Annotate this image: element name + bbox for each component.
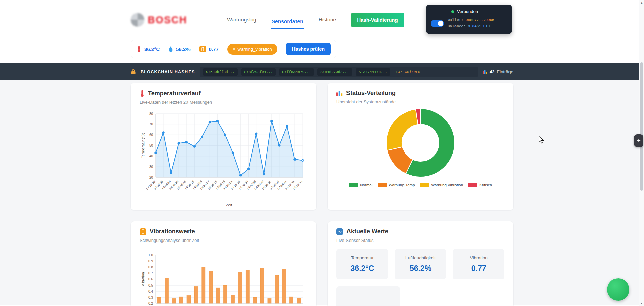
scrollbar-thumb[interactable]: [640, 62, 643, 191]
brand-logo-text: BOSCH: [148, 14, 187, 26]
card-title: Temperaturverlauf: [148, 90, 201, 97]
stat-label: Vibration: [470, 255, 488, 260]
card-subtitle: Schwingungsanalyse über Zeit: [140, 238, 308, 243]
connection-status-label: Verbunden: [457, 9, 478, 14]
hash-chip: S:c4d273d2...: [317, 68, 352, 76]
vibration-icon: [140, 228, 146, 235]
legend-swatch: [468, 183, 477, 187]
warning-status-label: warning_vibration: [238, 47, 272, 52]
blockchain-bar-title: BLOCKCHAIN HASHES: [141, 70, 195, 74]
connection-status: Verbunden: [451, 9, 507, 14]
toggle-knob: [438, 21, 443, 26]
humidity-chip: 56.2%: [168, 46, 191, 52]
entries-counter: 42 Einträge: [483, 69, 513, 74]
temperature-chart-card: Temperaturverlauf Live-Daten der letzten…: [131, 83, 316, 210]
svg-text:1.0: 1.0: [148, 253, 153, 257]
legend-item: Normal: [349, 183, 372, 187]
lock-icon: [131, 69, 136, 75]
card-subtitle: Live-Sensor-Status: [336, 238, 504, 243]
stat-box: Vibration0.77: [453, 249, 504, 279]
svg-text:50: 50: [149, 144, 153, 147]
side-assistant-button[interactable]: ✦: [634, 134, 643, 147]
warning-status-badge: warning_vibration: [227, 44, 277, 55]
current-values-card: Aktuelle Werte Live-Sensor-Status Temper…: [328, 221, 513, 306]
wallet-balance-line: Balance: 0.0461 ETH: [448, 24, 494, 30]
wallet-toggle[interactable]: [431, 20, 444, 27]
svg-text:70: 70: [149, 122, 153, 126]
page-scrollbar[interactable]: ▲ ▼: [639, 0, 644, 306]
svg-text:60: 60: [149, 133, 153, 137]
svg-text:Zeit: Zeit: [226, 203, 232, 207]
vibration-chip: 0.77: [199, 46, 219, 52]
brand-logo-icon: [131, 13, 144, 27]
scroll-down-arrow[interactable]: ▼: [639, 301, 644, 306]
card-subtitle: Live-Daten der letzten 20 Messungen: [140, 100, 308, 105]
svg-text:0.3: 0.3: [148, 296, 153, 299]
stat-value: 56.2%: [395, 264, 446, 273]
header: BOSCH WartungslogSensordatenHistorieHash…: [0, 0, 644, 63]
svg-text:20: 20: [149, 176, 153, 179]
nav-item-wartungslog[interactable]: Wartungslog: [226, 13, 257, 26]
entries-label: Einträge: [497, 69, 513, 74]
droplet-icon: [168, 46, 173, 52]
temperature-line-chart: 2030405060708007:02:5207:02:5913:45:3413…: [140, 108, 307, 210]
stat-box: Luftfeuchtigkeit56.2%: [395, 249, 446, 279]
wallet-card: VerbundenWallet: 0x8e77...0965Balance: 0…: [426, 5, 512, 34]
svg-text:30: 30: [149, 165, 153, 169]
scroll-up-arrow[interactable]: ▲: [639, 0, 644, 5]
brand-logo: BOSCH: [131, 13, 208, 27]
wave-icon: [336, 228, 343, 235]
stat-box-partial: [336, 286, 400, 306]
chat-fab-button[interactable]: [607, 278, 629, 301]
thermometer-icon: [140, 90, 145, 97]
svg-text:0.2: 0.2: [148, 302, 153, 305]
svg-text:40: 40: [149, 154, 153, 158]
donut-legend: NormalWarnung TempWarnung VibrationKriti…: [336, 183, 504, 187]
entries-chart-icon: [483, 70, 487, 74]
live-stats-row: Temperatur36.2°CLuftfeuchtigkeit56.2%Vib…: [336, 249, 504, 279]
legend-label: Warnung Temp: [389, 183, 415, 187]
hash-chip: S:3474447b...: [356, 68, 390, 76]
legend-item: Kritisch: [468, 183, 492, 187]
status-donut-chart: [383, 107, 458, 179]
legend-swatch: [378, 183, 387, 187]
status-distribution-card: Status-Verteilung Übersicht der Systemzu…: [328, 83, 513, 210]
temperature-value: 36.2°C: [144, 46, 160, 52]
card-subtitle: Übersicht der Systemzustände: [336, 99, 504, 104]
humidity-value: 56.2%: [176, 46, 191, 52]
vibration-chart-card: Vibrationswerte Schwingungsanalyse über …: [131, 221, 316, 306]
svg-text:0.5: 0.5: [148, 283, 153, 287]
bar-chart-icon: [336, 90, 343, 96]
more-hashes-label: +37 weitere: [396, 70, 420, 74]
stat-value: 0.77: [453, 264, 504, 273]
nav-item-sensordaten[interactable]: Sensordaten: [271, 15, 304, 29]
stat-label: Temperatur: [351, 255, 374, 260]
nav-item-historie[interactable]: Historie: [318, 13, 337, 26]
thermometer-icon: [137, 46, 141, 52]
stat-value: 36.2°C: [336, 264, 388, 273]
badge-dot-icon: [233, 48, 235, 50]
vibration-icon: [199, 46, 206, 52]
legend-swatch: [349, 183, 358, 187]
vibration-value: 0.77: [209, 46, 219, 52]
connected-dot-icon: [451, 10, 454, 13]
legend-label: Normal: [360, 183, 372, 187]
card-title: Aktuelle Werte: [346, 228, 388, 235]
card-title: Status-Verteilung: [346, 90, 396, 97]
svg-text:0.7: 0.7: [148, 271, 153, 275]
legend-label: Warnung Vibration: [431, 183, 463, 187]
legend-swatch: [420, 183, 429, 187]
hash-chip: S:5a0bff3d...: [203, 68, 238, 76]
hash-chip: S:8f293fe4...: [241, 68, 276, 76]
main-content: Temperaturverlauf Live-Daten der letzten…: [0, 80, 644, 305]
check-hashes-button[interactable]: Hashes prüfen: [286, 43, 331, 55]
svg-text:80: 80: [149, 112, 153, 116]
nav-links: WartungslogSensordatenHistorieHash-Valid…: [208, 13, 423, 27]
stat-label: Luftfeuchtigkeit: [405, 255, 436, 260]
hash-validation-button[interactable]: Hash-Validierung: [351, 13, 404, 27]
temperature-chip: 36.2°C: [137, 46, 160, 52]
blockchain-hash-bar: BLOCKCHAIN HASHES S:5a0bff3d...S:8f293fe…: [0, 63, 644, 80]
hash-chip: S:ffe34879...: [279, 68, 314, 76]
sensor-status-panel: 36.2°C 56.2% 0.77 warning_vibration Hash…: [131, 40, 336, 58]
svg-text:0.6: 0.6: [148, 277, 153, 281]
